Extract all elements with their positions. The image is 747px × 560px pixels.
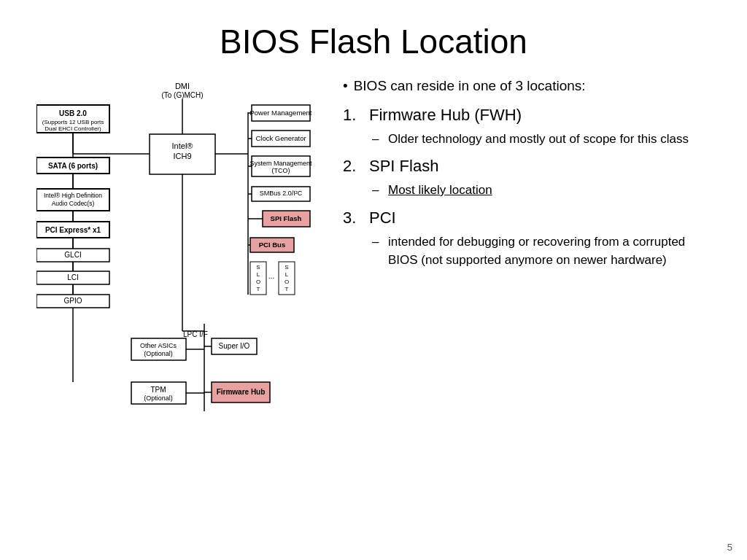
diagram-area: DMI (To (G)MCH) Intel® ICH9 USB 2.0 (36, 76, 314, 545)
intel-label: Intel® (172, 141, 193, 150)
slot1-l: L (257, 271, 260, 278)
usb-sub2: Dual EHCI Controller) (44, 125, 101, 132)
slot1-t: T (257, 286, 260, 292)
bullet-dot: • (343, 76, 348, 97)
gpio-label: GPIO (63, 297, 82, 305)
item-3: 3. PCI (343, 206, 711, 230)
other-asics-sub: (Optional) (144, 350, 173, 357)
spi-flash-label: SPI Flash (271, 214, 302, 222)
sys-mgmt-label2: (TCO) (272, 167, 290, 174)
dmi-sub: (To (G)MCH) (161, 91, 203, 99)
slide-title: BIOS Flash Location (36, 22, 711, 61)
item-3-label: PCI (369, 206, 396, 230)
item-2-label: SPI Flash (369, 154, 438, 178)
item-3-num: 3. (343, 206, 363, 230)
intel-sub: ICH9 (173, 152, 191, 160)
audio-label2: Audio Codec(s) (52, 200, 95, 207)
clock-gen-label: Clock Generator (255, 134, 306, 142)
slot2-l: L (285, 271, 289, 278)
smbus-label: SMBus 2.0/I²C (260, 190, 303, 197)
dots-label: ... (268, 272, 274, 280)
firmware-hub-label: Firmware Hub (217, 388, 266, 396)
slot2-o: O (285, 279, 289, 285)
diagram-svg: DMI (To (G)MCH) Intel® ICH9 USB 2.0 (36, 76, 314, 455)
intro-text: BIOS can reside in one of 3 locations: (354, 76, 586, 97)
sata-label: SATA (6 ports) (48, 162, 98, 170)
item-2-num: 2. (343, 154, 363, 178)
slot1-s: S (256, 264, 260, 271)
slot2-s: S (285, 264, 288, 271)
glci-label: GLCI (64, 251, 81, 259)
slide-body: DMI (To (G)MCH) Intel® ICH9 USB 2.0 (36, 76, 711, 545)
tpm-sub: (Optional) (144, 394, 173, 402)
slot1-o: O (256, 279, 260, 285)
item-3-dash: – (372, 233, 384, 252)
audio-label1: Intel® High Definition (44, 192, 102, 199)
lci-label: LCI (67, 273, 79, 281)
item-1-sub-text: Older technology and mostly out of scope… (388, 130, 689, 149)
item-2-dash: – (372, 181, 384, 200)
intro-bullet: • BIOS can reside in one of 3 locations: (343, 76, 711, 97)
page-number: 5 (727, 542, 732, 553)
item-1: 1. Firmware Hub (FWH) (343, 103, 711, 127)
item-1-dash: – (372, 130, 384, 149)
item-2-sub: – Most likely location (372, 181, 711, 200)
item-3-sub-text: intended for debugging or recovering fro… (388, 233, 711, 270)
item-1-sub: – Older technology and mostly out of sco… (372, 130, 711, 149)
other-asics-label: Other ASICs (140, 342, 177, 349)
pci-express-label: PCI Express* x1 (45, 226, 101, 234)
super-io-label: Super I/O (219, 342, 250, 350)
item-1-label: Firmware Hub (FWH) (369, 103, 522, 127)
content-area: • BIOS can reside in one of 3 locations:… (328, 76, 711, 545)
dmi-label: DMI (175, 82, 190, 90)
slot2-t: T (285, 286, 289, 292)
item-1-num: 1. (343, 103, 363, 127)
item-2: 2. SPI Flash (343, 154, 711, 178)
power-mgmt-label: Power Management (249, 109, 311, 117)
tpm-label: TPM (150, 386, 166, 394)
usb-label: USB 2.0 (59, 109, 87, 117)
item-3-sub: – intended for debugging or recovering f… (372, 233, 711, 270)
pci-bus-label: PCI Bus (259, 241, 285, 249)
item-2-sub-text: Most likely location (388, 181, 492, 200)
slide: BIOS Flash Location DMI (To (G)MCH) Inte… (0, 0, 747, 560)
usb-sub1: (Supports 12 USB ports (42, 119, 104, 125)
sys-mgmt-label1: System Management (249, 160, 312, 167)
